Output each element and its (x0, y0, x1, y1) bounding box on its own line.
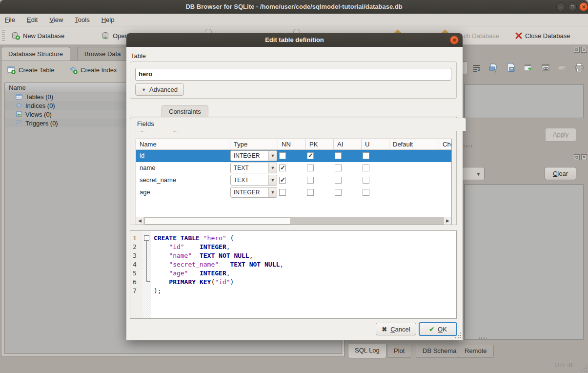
ok-icon: ✔ (429, 326, 434, 333)
tab-db-schema[interactable]: DB Schema (416, 345, 463, 358)
fields-table-header: Name Type NN PK AI U Default Check (136, 139, 451, 150)
tab-constraints[interactable]: Constraints (162, 105, 208, 117)
set-null-icon (558, 63, 567, 73)
menu-file[interactable]: File (5, 16, 15, 23)
u-checkbox[interactable] (363, 177, 369, 184)
field-row-age[interactable]: age INTEGER▼ (136, 186, 451, 199)
scroll-left-icon[interactable]: ◀ (136, 217, 144, 225)
cancel-button[interactable]: ✖ Cancel (376, 323, 416, 335)
close-database-button[interactable]: Close Database (515, 26, 570, 45)
scrollbar-thumb[interactable] (144, 217, 291, 225)
dock-splitter-handle[interactable] (464, 145, 472, 147)
maximize-button[interactable]: □ (568, 2, 577, 11)
obscured-toolbar-icon (293, 29, 300, 33)
fold-collapse-icon[interactable]: − (144, 235, 149, 241)
advanced-button[interactable]: ▼ Advanced (135, 83, 184, 96)
table-name-input[interactable]: hero (135, 68, 451, 81)
type-dropdown[interactable]: TEXT▼ (230, 175, 277, 186)
print-icon[interactable] (574, 62, 584, 72)
create-index-icon (69, 66, 78, 74)
create-index-button[interactable]: Create Index (69, 66, 117, 74)
field-row-id[interactable]: id INTEGER▼ (136, 150, 451, 162)
dialog-title: Edit table definition (126, 33, 463, 47)
edit-table-dialog: Edit table definition ✕ Table hero ▼ Adv… (126, 33, 463, 340)
window-resize-grip[interactable] (581, 366, 587, 372)
dock-float-icon[interactable]: ⧉ (574, 154, 580, 160)
horizontal-scrollbar[interactable]: ◀ ▶ (136, 217, 451, 225)
open-database-icon (101, 32, 110, 40)
tab-remote[interactable]: Remote (458, 345, 494, 358)
type-dropdown[interactable]: INTEGER▼ (230, 150, 277, 161)
pk-checkbox[interactable] (307, 165, 314, 171)
dialog-close-button[interactable]: ✕ (450, 36, 459, 44)
clear-log-button[interactable]: Clear (545, 167, 576, 180)
menu-edit[interactable]: Edit (27, 16, 38, 23)
menubar: File Edit View Tools Help (0, 14, 588, 26)
statusbar: UTF-8 (0, 358, 588, 373)
chevron-down-icon: ▼ (476, 172, 481, 177)
create-table-button[interactable]: Create Table (7, 66, 54, 74)
pk-checkbox[interactable] (307, 152, 314, 159)
fields-tab-panel: Add Remove Move to top Move up Move down… (130, 117, 457, 225)
nn-checkbox[interactable] (279, 165, 286, 171)
pk-checkbox[interactable] (307, 189, 314, 196)
ai-checkbox[interactable] (335, 177, 342, 184)
tab-fields[interactable]: Fields (130, 118, 466, 131)
export-cell-icon[interactable] (506, 62, 515, 72)
ai-checkbox[interactable] (335, 189, 342, 196)
open-external-icon[interactable] (523, 62, 532, 72)
u-checkbox[interactable] (363, 189, 369, 196)
dialog-titlebar[interactable]: Edit table definition ✕ (126, 33, 463, 47)
tab-database-structure[interactable]: Database Structure (1, 47, 70, 61)
field-row-secret-name[interactable]: secret_name TEXT▼ (136, 174, 451, 186)
chevron-down-icon: ▼ (268, 187, 277, 197)
pk-checkbox[interactable] (307, 177, 314, 184)
tab-plot[interactable]: Plot (387, 345, 411, 358)
minimize-button[interactable]: − (556, 2, 565, 11)
nn-checkbox[interactable] (279, 189, 286, 196)
dock-close-icon[interactable]: ✕ (581, 47, 587, 53)
dock-float-icon[interactable]: ⧉ (574, 47, 580, 53)
menu-help[interactable]: Help (101, 16, 115, 23)
ai-checkbox[interactable] (335, 152, 342, 159)
chevron-down-icon: ▼ (268, 163, 277, 173)
nn-checkbox[interactable] (279, 152, 286, 159)
dock-close-icon[interactable]: ✕ (581, 154, 587, 160)
chevron-down-icon: ▼ (268, 151, 277, 161)
menu-view[interactable]: View (49, 16, 63, 23)
encoding-indicator[interactable]: UTF-8 (554, 361, 572, 369)
type-dropdown[interactable]: TEXT▼ (230, 163, 277, 173)
u-checkbox[interactable] (363, 165, 369, 171)
close-button[interactable]: ✕ (579, 2, 588, 11)
toolbar-handle[interactable] (2, 30, 5, 42)
sql-log-view[interactable] (464, 184, 584, 340)
field-row-name[interactable]: name TEXT▼ (136, 162, 451, 174)
tab-browse-data[interactable]: Browse Data (77, 47, 128, 61)
resize-grip[interactable] (479, 337, 487, 340)
new-database-button[interactable]: New Database (12, 26, 64, 45)
cancel-icon: ✖ (382, 326, 387, 333)
line-number-gutter: 1234567 (130, 231, 142, 318)
window-titlebar[interactable]: DB Browser for SQLite - /home/user/code/… (0, 0, 588, 14)
indices-icon (16, 102, 22, 109)
ok-button[interactable]: ✔ OK (419, 322, 457, 336)
type-dropdown[interactable]: INTEGER▼ (230, 187, 277, 198)
attach-database-button: ch Database (464, 26, 499, 45)
import-cell-icon[interactable] (488, 62, 497, 72)
tab-sql-log[interactable]: SQL Log (348, 344, 386, 358)
chevron-down-icon: ▼ (142, 87, 146, 92)
link-icon[interactable] (541, 62, 550, 72)
sql-code-lines: CREATE TABLE "hero" ( "id" INTEGER, "nam… (151, 231, 284, 318)
nn-checkbox[interactable] (279, 177, 286, 184)
sql-preview-editor[interactable]: 1234567 − CREATE TABLE "hero" ( "id" INT… (130, 230, 457, 319)
dialog-resize-grip[interactable] (455, 332, 461, 339)
word-wrap-icon[interactable] (472, 63, 481, 73)
scroll-right-icon[interactable]: ▶ (444, 217, 451, 225)
tables-icon (16, 93, 22, 100)
cell-editor-textarea[interactable] (464, 84, 584, 118)
table-section-label: Table (131, 52, 146, 60)
u-checkbox[interactable] (363, 152, 369, 159)
ai-checkbox[interactable] (335, 165, 342, 171)
triggers-icon (16, 120, 22, 126)
menu-tools[interactable]: Tools (75, 16, 89, 23)
